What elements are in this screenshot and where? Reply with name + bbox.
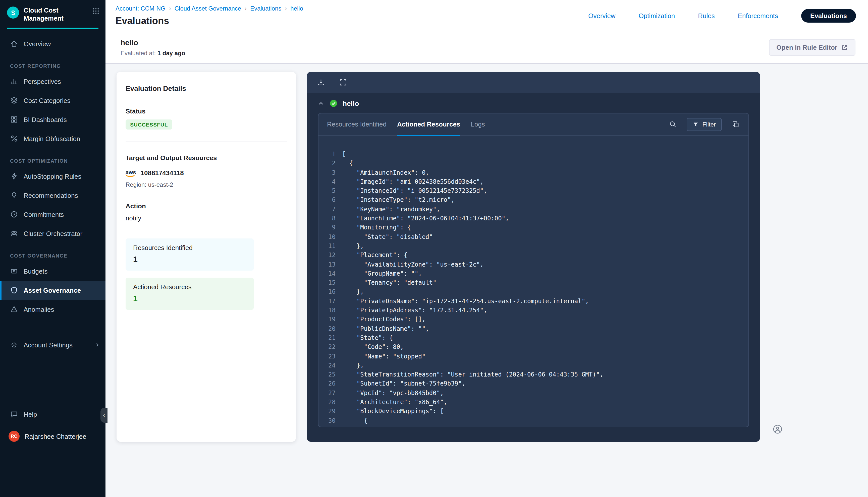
- action-value: notify: [126, 214, 287, 222]
- code-line: 11 },: [324, 241, 748, 251]
- sidebar-item-label: Recommendations: [24, 191, 78, 199]
- status-badge: SUCCESSFUL: [126, 119, 172, 129]
- code-line: 23 "Name": "stopped": [324, 352, 748, 361]
- user-menu[interactable]: RC Rajarshee Chatterjee: [0, 424, 106, 449]
- section-cost-optimization: COST OPTIMIZATION: [10, 158, 106, 164]
- sidebar-item-label: Anomalies: [24, 306, 54, 313]
- open-rule-editor-label: Open in Rule Editor: [776, 43, 837, 51]
- sidebar-item-anomalies[interactable]: Anomalies: [0, 300, 106, 319]
- breadcrumb-account-link[interactable]: Account: CCM-NG: [115, 5, 166, 12]
- sidebar-item-perspectives[interactable]: Perspectives: [0, 72, 106, 91]
- target-account-row: aws 108817434118: [126, 169, 287, 177]
- top-header: Account: CCM-NG › Cloud Asset Governance…: [106, 0, 868, 31]
- sidebar-item-cluster-orchestrator[interactable]: Cluster Orchestrator: [0, 224, 106, 243]
- code-line: 16 },: [324, 287, 748, 297]
- shield-icon: [10, 286, 18, 294]
- sidebar-nav: Overview COST REPORTING Perspectives Cos…: [0, 34, 106, 354]
- sidebar: $ Cloud Cost Management Overview COST RE…: [0, 0, 106, 497]
- breadcrumb-separator-icon: ›: [169, 5, 171, 12]
- breadcrumb-section-link[interactable]: Cloud Asset Governance: [174, 5, 241, 12]
- download-icon[interactable]: [317, 78, 325, 86]
- sidebar-item-label: Cluster Orchestrator: [24, 230, 82, 237]
- code-line: 7 "KeyName": "randomkey",: [324, 205, 748, 214]
- copy-icon[interactable]: [732, 120, 739, 128]
- code-line: 29 "BlockDeviceMappings": [: [324, 407, 748, 416]
- status-label: Status: [126, 108, 287, 115]
- top-header-left: Account: CCM-NG › Cloud Asset Governance…: [115, 5, 303, 31]
- module-grid-icon[interactable]: [93, 8, 99, 15]
- evaluated-at-label: Evaluated at:: [121, 49, 156, 56]
- code-line: 24 },: [324, 361, 748, 370]
- sidebar-item-recommendations[interactable]: Recommendations: [0, 186, 106, 205]
- filter-button[interactable]: Filter: [687, 118, 722, 131]
- evaluation-subheader: hello Evaluated at: 1 day ago Open in Ru…: [106, 31, 868, 64]
- external-link-icon: [841, 44, 848, 51]
- filter-label: Filter: [702, 121, 716, 128]
- code-line: 26 "SubnetId": "subnet-75fe9b39",: [324, 379, 748, 388]
- success-check-icon: [330, 99, 338, 108]
- ccm-module-icon: $: [7, 6, 19, 18]
- breadcrumb: Account: CCM-NG › Cloud Asset Governance…: [115, 5, 303, 12]
- sidebar-item-label: Budgets: [24, 267, 47, 275]
- sidebar-item-help[interactable]: Help: [0, 404, 106, 424]
- result-card: Resources Identified Actioned Resources …: [318, 113, 749, 427]
- result-tabs: Resources Identified Actioned Resources …: [319, 113, 748, 136]
- sidebar-item-cost-categories[interactable]: Cost Categories: [0, 91, 106, 110]
- sidebar-item-commitments[interactable]: Commitments: [0, 205, 106, 224]
- code-line: 6 "InstanceType": "t2.micro",: [324, 196, 748, 205]
- sidebar-item-asset-governance[interactable]: Asset Governance: [0, 281, 106, 300]
- top-nav-evaluations-active[interactable]: Evaluations: [801, 9, 856, 22]
- action-block: Action notify: [126, 202, 287, 222]
- code-line: 4 "ImageId": "ami-002438e556dd03e4c",: [324, 177, 748, 186]
- gear-icon: [10, 341, 18, 349]
- code-line: 15 "Tenancy": "default": [324, 278, 748, 287]
- chevron-up-icon[interactable]: [318, 100, 324, 107]
- resources-identified-stat: Resources Identified 1: [126, 239, 254, 271]
- sidebar-item-label: Cost Categories: [24, 97, 70, 104]
- top-nav-optimization[interactable]: Optimization: [639, 12, 675, 19]
- code-line: 2 {: [324, 159, 748, 168]
- top-nav: Overview Optimization Rules Enforcements…: [588, 7, 856, 24]
- sidebar-item-label: Margin Obfuscation: [24, 135, 80, 142]
- sidebar-collapse-handle[interactable]: ‹: [100, 408, 108, 423]
- details-title: Evaluation Details: [126, 84, 287, 93]
- top-nav-enforcements[interactable]: Enforcements: [738, 12, 778, 19]
- avatar: RC: [9, 431, 19, 442]
- sidebar-bottom: Help RC Rajarshee Chatterjee: [0, 404, 106, 497]
- top-nav-overview[interactable]: Overview: [588, 12, 615, 19]
- breadcrumb-page-link[interactable]: Evaluations: [250, 5, 281, 12]
- page-title: Evaluations: [115, 16, 303, 27]
- sidebar-item-overview[interactable]: Overview: [0, 34, 106, 53]
- evaluated-at: Evaluated at: 1 day ago: [121, 49, 185, 56]
- divider: [126, 142, 287, 142]
- app-title: Cloud Cost Management: [24, 6, 88, 23]
- open-rule-editor-button[interactable]: Open in Rule Editor: [769, 39, 855, 56]
- viewer-toolbar: [307, 72, 760, 93]
- sidebar-item-margin-obfuscation[interactable]: Margin Obfuscation: [0, 129, 106, 148]
- tab-actioned-resources[interactable]: Actioned Resources: [397, 113, 460, 135]
- sidebar-item-label: BI Dashboards: [24, 116, 67, 123]
- sidebar-item-budgets[interactable]: Budgets: [0, 261, 106, 281]
- tab-resources-identified[interactable]: Resources Identified: [327, 113, 387, 135]
- resources-identified-value: 1: [133, 255, 246, 264]
- sidebar-item-autostopping-rules[interactable]: AutoStopping Rules: [0, 167, 106, 186]
- bar-chart-icon: [10, 77, 18, 85]
- top-nav-rules[interactable]: Rules: [698, 12, 715, 19]
- clock-icon: [10, 210, 18, 218]
- code-line: 14 "GroupName": "",: [324, 269, 748, 279]
- chat-bubble-icon: [10, 410, 18, 418]
- code-lines: 1[2 {3 "AmiLaunchIndex": 0,4 "ImageId": …: [319, 136, 748, 425]
- resources-identified-label: Resources Identified: [133, 244, 246, 252]
- actioned-resources-value: 1: [133, 294, 246, 303]
- evaluated-at-value: 1 day ago: [157, 49, 185, 56]
- sidebar-item-bi-dashboards[interactable]: BI Dashboards: [0, 110, 106, 129]
- sidebar-item-account-settings[interactable]: Account Settings: [0, 335, 106, 354]
- support-chat-icon[interactable]: [772, 424, 783, 434]
- actioned-resources-label: Actioned Resources: [133, 283, 246, 291]
- aws-logo-icon: aws: [126, 169, 136, 176]
- fullscreen-icon[interactable]: [339, 78, 347, 86]
- search-icon[interactable]: [669, 120, 677, 128]
- tab-logs[interactable]: Logs: [471, 113, 485, 135]
- module-accent-divider: [7, 28, 98, 29]
- code-line: 21 "State": {: [324, 333, 748, 343]
